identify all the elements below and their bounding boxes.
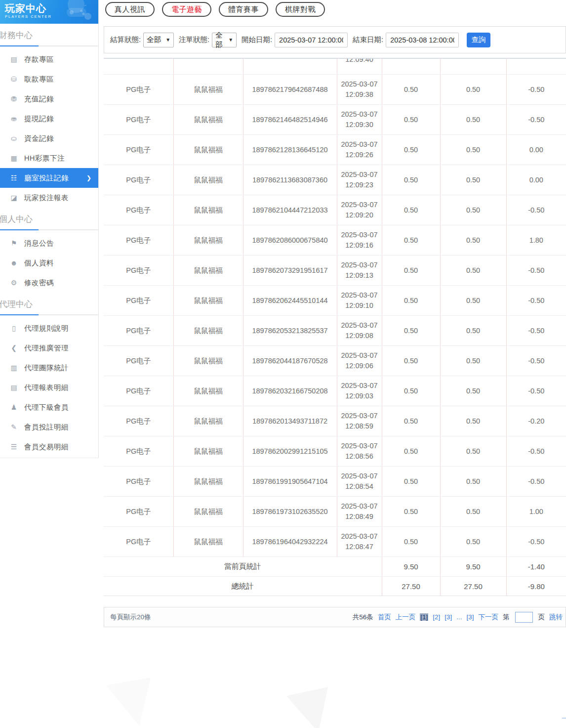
jump-page-input[interactable]	[515, 612, 533, 623]
chevron-right-icon: ❯	[86, 174, 91, 181]
page-link[interactable]: [3]	[466, 613, 474, 621]
total-stats-label: 總統計	[104, 577, 382, 597]
people-icon: ♟	[9, 403, 19, 411]
total-stats-winlose: -9.80	[506, 577, 566, 597]
decor-triangle	[106, 678, 159, 728]
sidebar-item-withdraw-area[interactable]: ⛁取款專區	[0, 69, 98, 89]
page-number-links: [1][2][3]...[3]	[420, 613, 474, 621]
table-row: PG电子鼠鼠福福18978619919056471042025-03-0712:…	[104, 467, 566, 497]
prev-page-link[interactable]: 上一页	[396, 613, 416, 622]
sidebar-item-deposit-area[interactable]: ▤存款專區	[0, 49, 98, 69]
sidebar-item-message-announcement[interactable]: ⚑消息公告	[0, 233, 98, 253]
settle-status-label: 結算狀態:	[110, 35, 141, 44]
order-status-select[interactable]: 全部 ▼	[212, 33, 237, 47]
sidebar-item-label: 消息公告	[24, 239, 54, 248]
page-stats-winlose: -1.40	[506, 557, 566, 577]
sidebar-item-label: 代理規則說明	[24, 324, 69, 333]
bet-time-cell: 2025-03-0712:09:20	[337, 195, 382, 225]
order-status-value: 全部	[215, 31, 226, 49]
chevron-down-icon: ▼	[165, 37, 170, 43]
bet-time-cell: 2025-03-0712:08:49	[337, 497, 382, 527]
sidebar: 玩家中心 PLAYERS CENTER 財務中心 ▤存款專區⛁取款專區⛃充值記錄…	[0, 0, 99, 458]
section-divider	[0, 229, 98, 230]
sidebar-item-withdrawal-record[interactable]: ⛂提現記錄	[0, 109, 98, 128]
tab-棋牌對戰[interactable]: 棋牌對戰	[276, 2, 325, 17]
grid-list-icon: ☷	[9, 174, 19, 182]
table-row: PG电子鼠鼠福福18978620441876705282025-03-0712:…	[104, 346, 566, 376]
bank-card-icon: ▤	[9, 55, 19, 63]
bet-records-table: 12:09:40PG电子鼠鼠福福18978621796426874882025-…	[104, 58, 566, 596]
sidebar-item-label: 資金記錄	[24, 134, 54, 143]
total-stats-bet: 27.50	[382, 577, 440, 597]
bet-records-table-container: 12:09:40PG电子鼠鼠福福18978621796426874882025-…	[104, 58, 566, 596]
purse-icon: ⛀	[9, 134, 19, 142]
filter-bar: 結算狀態: 全部 ▼ 注單狀態: 全部 ▼ 開始日期: 結束日期: 查詢	[104, 26, 566, 53]
sidebar-item-player-bet-report[interactable]: ◪玩家投注報表	[0, 188, 98, 208]
chart-report-icon: ◪	[9, 194, 19, 202]
start-date-input[interactable]	[275, 33, 348, 47]
sidebar-item-label: 代理推廣管理	[24, 343, 69, 353]
sidebar-item-agent-promotion[interactable]: ❮代理推廣管理	[0, 338, 98, 358]
sidebar-item-label: 代理下級會員	[24, 403, 69, 412]
wallet-icon: ⛂	[9, 115, 19, 123]
settle-status-select[interactable]: 全部 ▼	[143, 33, 174, 47]
page-link[interactable]: [3]	[445, 613, 452, 621]
page-stats-bet: 9.50	[382, 557, 440, 577]
decor-triangle	[286, 687, 337, 728]
pagination-bar: 每頁顯示20條 共56条 首页 上一页 [1][2][3]...[3] 下一页 …	[104, 607, 566, 627]
table-row: PG电子鼠鼠福福18978621044472120332025-03-0712:…	[104, 195, 566, 225]
section-divider	[0, 45, 98, 46]
sidebar-item-label: 存款專區	[24, 55, 54, 64]
next-page-link[interactable]: 下一页	[479, 613, 499, 622]
sidebar-item-label: 充值記錄	[24, 94, 54, 104]
sidebar-item-agent-team-stats[interactable]: ▥代理團隊統計	[0, 358, 98, 378]
sidebar-item-hh-lottery-bet[interactable]: ▦HH彩票下注	[0, 148, 98, 168]
sidebar-item-agent-sub-members[interactable]: ♟代理下級會員	[0, 397, 98, 417]
bet-time-cell: 2025-03-0712:08:47	[337, 527, 382, 557]
sidebar-item-personal-profile[interactable]: ☻個人資料	[0, 253, 98, 273]
end-date-input[interactable]	[386, 33, 459, 47]
page-link[interactable]: [1]	[420, 613, 428, 621]
chevron-down-icon: ▼	[228, 37, 233, 43]
clipboard-icon: ✎	[9, 423, 19, 431]
bet-time-cell: 2025-03-0712:09:23	[337, 165, 382, 195]
page-ellipsis: ...	[456, 613, 462, 621]
page-link[interactable]: [2]	[433, 613, 440, 621]
money-bag-icon: ⛃	[9, 95, 19, 103]
search-button[interactable]: 查詢	[467, 33, 490, 47]
section-divider	[0, 314, 98, 315]
table-row: PG电子鼠鼠福福18978620624455101442025-03-0712:…	[104, 286, 566, 316]
tab-電子遊藝[interactable]: 電子遊藝	[162, 2, 211, 17]
total-count-label: 共56条	[353, 613, 373, 622]
bet-time-cell: 2025-03-0712:08:59	[337, 406, 382, 436]
sidebar-item-agent-rules[interactable]: ▯代理規則說明	[0, 318, 98, 338]
start-date-label: 開始日期:	[242, 35, 272, 44]
bet-time-cell: 2025-03-0712:08:56	[337, 436, 382, 467]
table-row: PG电子鼠鼠福福18978620860006758402025-03-0712:…	[104, 225, 566, 256]
total-stats-row: 總統計 27.50 27.50 -9.80	[104, 577, 566, 597]
sidebar-item-label: 會員投註明細	[24, 423, 69, 432]
jump-prefix-label: 第	[503, 613, 510, 622]
bet-time-cell: 2025-03-0712:09:06	[337, 346, 382, 376]
tab-真人視訊[interactable]: 真人視訊	[105, 2, 155, 17]
section-title-finance: 財務中心	[0, 30, 98, 41]
sidebar-item-funds-record[interactable]: ⛀資金記錄	[0, 128, 98, 148]
sidebar-item-label: HH彩票下注	[24, 154, 65, 163]
sidebar-item-member-bet-detail[interactable]: ✎會員投註明細	[0, 417, 98, 437]
sidebar-item-member-transaction-detail[interactable]: ☰會員交易明細	[0, 437, 98, 457]
bet-time-cell: 2025-03-0712:09:16	[337, 225, 382, 256]
sidebar-item-room-bet-record[interactable]: ☷廳室投註記錄❯	[0, 168, 98, 188]
news-report-icon: ▤	[9, 384, 19, 391]
sidebar-item-recharge-record[interactable]: ⛃充值記錄	[0, 89, 98, 109]
table-row: PG电子鼠鼠福福18978621796426874882025-03-0712:…	[104, 75, 566, 105]
sidebar-section-personal: 個人中心 ⚑消息公告☻個人資料⚙修改密碼	[0, 214, 98, 293]
sidebar-item-agent-report-detail[interactable]: ▤代理報表明細	[0, 378, 98, 397]
tab-體育賽事[interactable]: 體育賽事	[219, 2, 268, 17]
category-tabs: 真人視訊電子遊藝體育賽事棋牌對戰	[105, 2, 325, 17]
jump-action-link[interactable]: 跳转	[549, 613, 563, 622]
sidebar-item-change-password[interactable]: ⚙修改密碼	[0, 273, 98, 293]
first-page-link[interactable]: 首页	[378, 613, 391, 622]
table-row-partial: 12:09:40	[104, 58, 566, 75]
share-icon: ❮	[9, 344, 19, 352]
gear-icon: ⚙	[9, 279, 19, 287]
